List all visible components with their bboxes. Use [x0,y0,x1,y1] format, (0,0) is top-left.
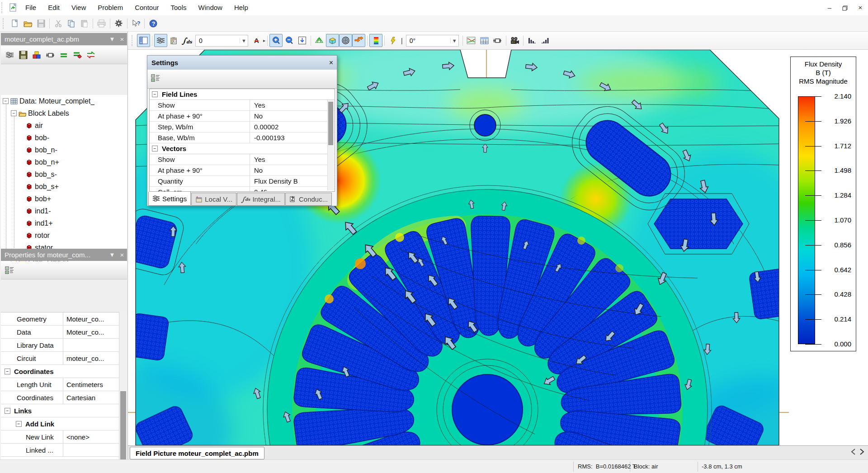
chevron-down-icon[interactable]: ▼ [450,38,458,43]
zoom-extents-icon[interactable] [296,34,309,47]
scrollbar-thumb[interactable] [328,102,333,145]
minimize-button[interactable]: – [822,0,837,15]
probe-icon[interactable] [387,34,400,47]
model-3d-icon[interactable] [326,34,339,47]
cut-icon[interactable] [52,17,65,30]
menu-view[interactable]: View [66,0,92,15]
equals-marker-icon[interactable] [71,49,84,61]
plot-settings-icon[interactable] [154,34,167,47]
panel-menu-icon[interactable]: ▼ [107,33,117,45]
setting-row[interactable]: QuantityFlux Density B [150,176,335,187]
bars-descending-icon[interactable] [525,34,538,47]
table-view-icon[interactable] [478,34,491,47]
project-tree[interactable]: − Data: Moteur_complet_ − Block Labels a… [1,95,127,266]
equals-icon[interactable] [57,49,71,61]
setting-row[interactable]: At phase + 90°No [150,111,335,122]
previous-tab-icon[interactable] [851,449,855,455]
label-tool-dropdown-icon[interactable]: ▸ [263,38,265,43]
setting-row[interactable]: ShowYes [150,154,335,165]
new-document-icon[interactable] [8,17,21,30]
menu-problem[interactable]: Problem [92,0,129,15]
tree-item-data-root[interactable]: − Data: Moteur_complet_ [1,95,127,107]
menu-window[interactable]: Window [193,0,228,15]
setting-row[interactable]: Base, Wb/m-0.000193 [150,132,335,143]
tree-item-ind1-minus[interactable]: ind1- [1,205,127,217]
property-row[interactable]: New Link<none> [1,430,127,444]
categorized-view-icon[interactable] [151,74,160,84]
collapse-icon[interactable]: − [3,98,9,104]
property-row[interactable]: CoordinatesCartesian [1,391,127,404]
menu-tools[interactable]: Tools [165,0,193,15]
section-vectors[interactable]: −Vectors [150,143,335,154]
menu-edit[interactable]: Edit [42,0,66,15]
open-folder-icon[interactable] [21,17,34,30]
tree-item-ind1-plus[interactable]: ind1+ [1,217,127,229]
menu-file[interactable]: File [19,0,42,15]
plot-settings-icon[interactable] [3,49,16,61]
copy-icon[interactable] [65,17,78,30]
tab-conductors[interactable]: Ż Conduc... [285,193,332,206]
context-help-icon[interactable]: ? [129,17,142,30]
section-field-lines[interactable]: −Field Lines [150,89,335,100]
settings-dialog-titlebar[interactable]: Settings × [147,56,337,70]
circuit-icon[interactable] [491,34,504,47]
restore-button[interactable] [837,0,853,15]
collapse-icon[interactable]: − [16,421,22,427]
menu-contour[interactable]: Contour [129,0,165,15]
collapse-icon[interactable]: − [5,408,10,414]
ruler-icon[interactable]: | [401,37,403,44]
property-row[interactable]: DataMoteur_co... [1,326,127,339]
help-icon[interactable]: ? [146,17,160,30]
collapse-icon[interactable]: − [152,146,158,151]
tree-item-bob-n-plus[interactable]: bob_n+ [1,156,127,168]
contour-rings-icon[interactable] [339,34,352,47]
flux-vectors-icon[interactable] [352,34,365,47]
property-row[interactable]: Linked ... [1,444,127,457]
tab-local-values[interactable]: Local V... [191,193,236,206]
contour-step-combobox[interactable]: 0 ▼ [195,35,248,47]
next-tab-icon[interactable] [860,449,864,455]
property-section-coordinates[interactable]: −Coordinates [1,365,127,378]
properties-vertical-scrollbar[interactable] [119,312,127,473]
property-section-add-link[interactable]: −Add Link [1,417,127,430]
label-tool-icon[interactable]: A [250,34,263,47]
categorized-view-icon[interactable] [3,264,16,277]
collapse-icon[interactable]: − [11,110,17,116]
block-labels-icon[interactable] [30,49,43,61]
save-icon[interactable] [34,17,47,30]
zoom-out-icon[interactable] [283,34,296,47]
tree-item-bob-minus[interactable]: bob- [1,132,127,144]
panel-close-icon[interactable]: × [117,33,127,45]
dock-panel-icon[interactable] [137,34,150,47]
close-button[interactable]: × [853,0,868,15]
compare-arrows-icon[interactable] [84,49,98,61]
menu-help[interactable]: Help [228,0,254,15]
collapse-icon[interactable]: − [152,91,158,97]
setting-row[interactable]: Cell, cm0.46 [150,187,335,192]
tab-field-picture[interactable]: Field Picture moteur_complet_ac.pbm [130,447,264,459]
mesh-icon[interactable] [313,34,326,47]
settings-scrollbar[interactable] [327,100,334,190]
setting-row[interactable]: Step, Wb/m0.00002 [150,122,335,132]
panel-close-icon[interactable]: × [117,249,127,261]
paste-icon[interactable] [78,17,91,30]
property-row[interactable]: Library Data [1,339,127,352]
bars-ascending-icon[interactable] [538,34,552,47]
chevron-down-icon[interactable]: ▼ [240,38,248,43]
tree-item-block-labels[interactable]: − Block Labels [1,107,127,119]
collapse-icon[interactable]: − [5,369,10,374]
panel-menu-icon[interactable]: ▼ [107,249,117,261]
tree-item-bob-s-plus[interactable]: bob_s+ [1,180,127,193]
property-row[interactable]: Circuitmoteur_co... [1,352,127,365]
properties-grid[interactable]: GeometryMoteur_co... DataMoteur_co... Li… [1,312,127,473]
property-row[interactable]: Length UnitCentimeters [1,378,127,391]
tree-item-bob-s-minus[interactable]: bob_s- [1,168,127,180]
dialog-close-icon[interactable]: × [329,59,333,67]
setting-row[interactable]: At phase + 90°No [150,165,335,176]
property-row[interactable]: GeometryMoteur_co... [1,312,127,326]
tab-settings[interactable]: Settings [148,192,191,206]
color-scale-icon[interactable] [369,34,382,47]
save-icon[interactable] [16,49,30,61]
settings-gear-icon[interactable] [112,17,125,30]
tree-item-rotor[interactable]: rotor [1,229,127,241]
